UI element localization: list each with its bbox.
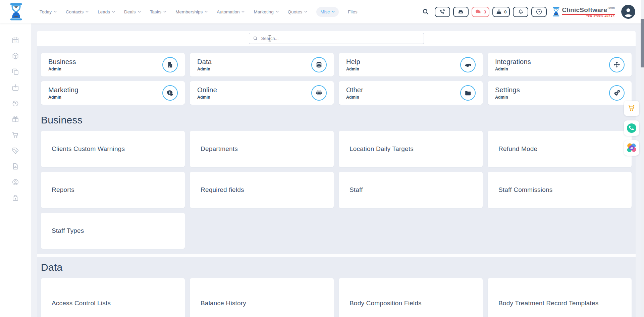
data-card-balance-history[interactable]: Balance History (190, 278, 334, 317)
category-card-settings[interactable]: Settings Admin (488, 81, 632, 105)
card-title: Body Treatment Record Templates (498, 300, 598, 307)
floating-widgets: AI (624, 101, 639, 156)
business-card-staff-types[interactable]: Staff Types (41, 213, 185, 249)
card-title: Refund Mode (498, 145, 537, 153)
nav-item-deals[interactable]: Deals (124, 9, 141, 14)
cart-icon[interactable] (11, 131, 19, 139)
main-content: Business Admin Data Admin (31, 23, 644, 317)
category-title: Online (197, 86, 217, 94)
brand-hourglass-icon (552, 7, 560, 17)
brand-text: ClinicSoftware.com TEN STEPS AHEAD (562, 6, 615, 17)
business-card-required-fields[interactable]: Required fields (190, 172, 334, 208)
chevron-down-icon (241, 11, 245, 13)
chevron-down-icon (332, 11, 335, 13)
chevron-down-icon (304, 11, 307, 13)
voucher-icon[interactable]: $ (11, 147, 19, 155)
card-title: Clients Custom Warnings (52, 145, 125, 153)
app-logo-hourglass-icon[interactable] (9, 3, 23, 20)
svg-text:AI: AI (630, 147, 633, 150)
nav-item-tasks[interactable]: Tasks (150, 9, 167, 14)
history-icon[interactable] (11, 99, 19, 107)
calendar-checkin-icon[interactable] (11, 84, 19, 92)
category-card-online[interactable]: Online Admin (190, 81, 334, 105)
data-card-access-control-lists[interactable]: Access Control Lists (41, 278, 185, 317)
whatsapp-widget[interactable] (624, 120, 639, 136)
business-card-departments[interactable]: Departments (190, 131, 334, 167)
bell-icon (518, 9, 524, 15)
category-subtitle: Admin (197, 95, 217, 100)
category-subtitle: Admin (48, 67, 76, 71)
business-card-staff[interactable]: Staff (339, 172, 483, 208)
data-card-body-treatment-record-templates[interactable]: Body Treatment Record Templates (488, 278, 632, 317)
category-subtitle: Admin (346, 95, 363, 100)
report-icon[interactable] (11, 162, 19, 170)
navbar-actions: 3 0 ? (422, 5, 635, 19)
lock-icon[interactable] (11, 194, 19, 202)
copy-icon[interactable] (11, 68, 19, 76)
main-menu: Today Contacts Leads Deals Tasks Members… (40, 7, 358, 17)
svg-text:12: 12 (14, 40, 17, 43)
nav-label: Leads (98, 9, 110, 14)
business-card-staff-commissions[interactable]: Staff Commissions (488, 172, 632, 208)
category-title: Help (346, 58, 360, 65)
category-card-business[interactable]: Business Admin (41, 53, 185, 76)
nav-item-misc[interactable]: Misc (316, 7, 339, 17)
business-card-refund-mode[interactable]: Refund Mode (488, 131, 632, 167)
user-avatar[interactable] (621, 5, 635, 19)
category-card-help[interactable]: Help Admin (339, 53, 483, 76)
nav-item-memberships[interactable]: Memberships (175, 9, 208, 14)
chat-button[interactable]: 3 (472, 7, 489, 17)
brand-logo[interactable]: ClinicSoftware.com TEN STEPS AHEAD (552, 6, 615, 17)
support-icon[interactable] (11, 178, 19, 186)
search-input[interactable] (249, 33, 424, 44)
card-title: Departments (201, 145, 238, 153)
category-title: Data (197, 58, 212, 65)
data-section-panel: Data Access Control Lists Balance Histor… (37, 257, 636, 317)
category-card-data[interactable]: Data Admin (190, 53, 334, 76)
cart-widget[interactable] (624, 101, 639, 116)
business-card-reports[interactable]: Reports (41, 172, 185, 208)
search-icon[interactable] (422, 8, 429, 15)
card-title: Access Control Lists (52, 300, 111, 307)
business-card-location-daily-targets[interactable]: Location Daily Targets (339, 131, 483, 167)
page-scrollbar-thumb[interactable] (641, 19, 644, 67)
svg-text:?: ? (538, 10, 540, 13)
card-title: Body Composition Fields (350, 300, 422, 307)
category-subtitle: Admin (346, 67, 360, 71)
ai-widget[interactable]: AI (624, 140, 639, 156)
category-card-marketing[interactable]: Marketing Admin $ (41, 81, 185, 105)
inbox-button[interactable] (453, 7, 469, 17)
notifications-button[interactable] (513, 7, 528, 17)
package-icon[interactable] (11, 52, 19, 60)
nav-label: Files (348, 9, 358, 14)
nav-label: Deals (124, 9, 136, 14)
nav-item-leads[interactable]: Leads (98, 9, 115, 14)
admin-sections-panel: Business Admin Data Admin (37, 46, 636, 254)
nav-item-contacts[interactable]: Contacts (66, 9, 89, 14)
category-card-integrations[interactable]: Integrations Admin (488, 53, 632, 76)
phone-button[interactable] (435, 7, 450, 17)
data-card-body-composition-fields[interactable]: Body Composition Fields (339, 278, 483, 317)
register-button[interactable]: 0 (492, 7, 510, 17)
move-icon (609, 57, 625, 72)
nav-item-marketing[interactable]: Marketing (254, 9, 278, 14)
category-card-other[interactable]: Other Admin (339, 81, 483, 105)
gift-icon[interactable] (11, 115, 19, 123)
inbox-icon (458, 9, 464, 15)
chevron-down-icon (138, 11, 141, 13)
nav-item-quotes[interactable]: Quotes (288, 9, 308, 14)
category-subtitle: Admin (495, 95, 520, 100)
nav-label: Today (40, 9, 52, 14)
help-button[interactable]: ? (531, 7, 547, 17)
card-title: Balance History (201, 300, 246, 307)
gears-icon (609, 85, 625, 101)
nav-item-files[interactable]: Files (348, 9, 358, 14)
nav-item-today[interactable]: Today (40, 9, 57, 14)
nav-label: Quotes (288, 9, 303, 14)
calendar-icon[interactable]: 12 (11, 36, 19, 44)
page-scrollbar-track[interactable] (641, 0, 644, 317)
business-card-clients-custom-warnings[interactable]: Clients Custom Warnings (41, 131, 185, 167)
brand-name: ClinicSoftware.com (562, 6, 615, 13)
nav-item-automation[interactable]: Automation (217, 9, 245, 14)
section-heading-business: Business (41, 114, 632, 126)
